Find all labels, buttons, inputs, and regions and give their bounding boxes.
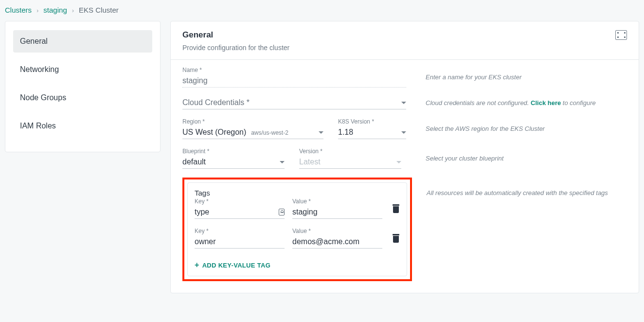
name-hint: Enter a name for your EKS cluster: [421, 73, 627, 81]
trash-icon[interactable]: [392, 234, 400, 243]
region-hint: Select the AWS region for the EKS Cluste…: [421, 125, 627, 132]
chevron-down-icon: [401, 131, 406, 134]
blueprint-hint: Select your cluster blueprint: [421, 155, 627, 162]
breadcrumb-root[interactable]: Clusters: [5, 6, 32, 14]
blueprint-version-value: Latest: [299, 158, 321, 166]
expand-icon[interactable]: [615, 30, 627, 40]
tag-key-field[interactable]: Key * type: [195, 198, 285, 219]
k8s-version-select[interactable]: K8S Version * 1.18: [338, 118, 406, 139]
sidebar-item-networking[interactable]: Networking: [13, 58, 152, 81]
main-panel: General Provide configuration for the cl…: [170, 21, 639, 293]
blueprint-value: default: [182, 158, 206, 166]
region-value: US West (Oregon): [182, 128, 246, 136]
plus-icon: +: [195, 261, 199, 269]
region-sub: aws/us-west-2: [251, 129, 288, 136]
contacts-icon[interactable]: [279, 209, 285, 215]
tag-value-field[interactable]: Value * staging: [292, 198, 382, 219]
sidebar-item-iam-roles[interactable]: IAM Roles: [13, 115, 152, 137]
sidebar: General Networking Node Groups IAM Roles: [5, 21, 161, 152]
breadcrumb: Clusters › staging › EKS Cluster: [5, 5, 639, 21]
tags-title: Tags: [195, 189, 400, 197]
tag-row: Key * owner Value * demos@acme.com: [195, 228, 400, 249]
breadcrumb-sep-icon: ›: [69, 7, 77, 14]
chevron-down-icon: [280, 161, 285, 163]
credentials-label: Cloud Credentials *: [182, 98, 250, 107]
region-label: Region *: [182, 118, 323, 125]
name-value: staging: [182, 76, 208, 85]
tag-value-field[interactable]: Value * demos@acme.com: [292, 228, 382, 249]
breadcrumb-env[interactable]: staging: [43, 6, 67, 14]
credentials-hint: Cloud credentials are not configured. Cl…: [421, 99, 627, 107]
blueprint-select[interactable]: Blueprint * default: [182, 148, 285, 169]
sidebar-item-general[interactable]: General: [13, 30, 152, 53]
tag-key-field[interactable]: Key * owner: [195, 228, 285, 249]
chevron-down-icon: [319, 131, 323, 134]
tags-box: Tags Key * type: [187, 182, 407, 276]
chevron-down-icon: [396, 161, 401, 163]
name-label: Name *: [182, 67, 406, 73]
sidebar-item-node-groups[interactable]: Node Groups: [13, 87, 152, 109]
blueprint-version-label: Version *: [299, 148, 401, 155]
breadcrumb-current: EKS Cluster: [79, 6, 119, 14]
chevron-down-icon: [401, 102, 406, 104]
breadcrumb-sep-icon: ›: [34, 7, 41, 14]
name-field[interactable]: Name * staging: [182, 67, 406, 88]
k8s-version-value: 1.18: [338, 128, 353, 137]
blueprint-label: Blueprint *: [182, 148, 285, 155]
region-select[interactable]: Region * US West (Oregon) aws/us-west-2: [182, 118, 323, 139]
tags-hint: All resources will be automatically crea…: [412, 178, 627, 197]
trash-icon[interactable]: [392, 204, 400, 213]
tags-highlight-box: Tags Key * type: [182, 178, 412, 281]
configure-credentials-link[interactable]: Click here: [531, 99, 561, 107]
credentials-select[interactable]: Cloud Credentials *: [182, 96, 406, 109]
k8s-version-label: K8S Version *: [338, 118, 406, 125]
add-tag-button[interactable]: + ADD KEY-VALUE TAG: [195, 261, 400, 269]
tag-row: Key * type Value * staging: [195, 198, 400, 219]
page-title: General: [182, 30, 289, 40]
page-subtitle: Provide configuration for the cluster: [182, 44, 289, 52]
blueprint-version-select: Version * Latest: [299, 148, 401, 169]
